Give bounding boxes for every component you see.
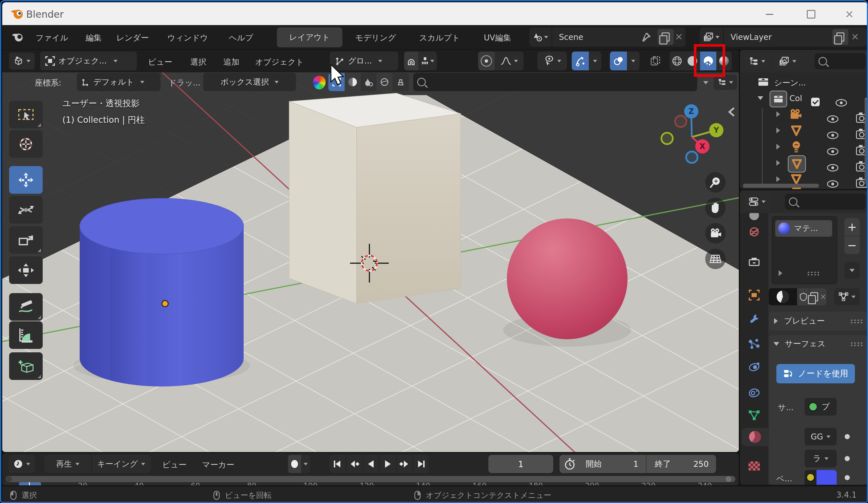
distribution-anim-dot[interactable] xyxy=(845,434,850,439)
panel-grip[interactable] xyxy=(850,319,863,324)
mode-dropdown[interactable]: オブジェク... xyxy=(40,52,137,70)
minimize-button[interactable] xyxy=(761,9,778,19)
browse-material-button[interactable] xyxy=(769,288,797,305)
tab-sculpt[interactable]: スカルプト xyxy=(419,32,460,43)
pan-button[interactable] xyxy=(705,198,726,218)
tab-render[interactable] xyxy=(748,213,761,222)
tool-cursor[interactable] xyxy=(9,130,43,158)
add-material-slot-button[interactable]: + xyxy=(844,218,860,236)
remove-material-slot-button[interactable]: − xyxy=(844,237,860,254)
preview-panel-header[interactable]: プレビュー xyxy=(769,312,867,330)
proportional-toggle-button[interactable] xyxy=(478,52,495,70)
timeline-scrollbar[interactable] xyxy=(6,476,735,482)
properties-search-field[interactable] xyxy=(785,194,866,210)
tab-constraints[interactable] xyxy=(748,386,761,399)
tool-stamp-button[interactable] xyxy=(392,73,409,91)
jump-end-button[interactable] xyxy=(413,455,428,473)
gizmo-axis-z[interactable]: Z xyxy=(684,104,699,119)
disclosure-open-icon[interactable] xyxy=(757,96,763,100)
eye-icon[interactable] xyxy=(827,148,838,155)
tab-particles[interactable] xyxy=(748,338,761,350)
viewlayer-type-button[interactable] xyxy=(700,27,724,47)
grid-view-button[interactable] xyxy=(705,249,726,269)
tab-output[interactable] xyxy=(748,256,761,269)
menu-select[interactable]: 選択 xyxy=(190,57,206,68)
gizmo-axis-y-neg[interactable] xyxy=(661,132,674,145)
menu-timeline-view[interactable]: ビュー xyxy=(162,460,186,470)
scene-type-button[interactable] xyxy=(529,27,552,47)
collection-checkbox[interactable] xyxy=(811,98,820,106)
tab-data[interactable] xyxy=(748,409,761,422)
tool-rotate[interactable] xyxy=(9,196,43,224)
distribution-dropdown[interactable]: GG xyxy=(805,428,837,445)
gizmo-axis-y[interactable]: Y xyxy=(709,123,723,137)
blender-menu-icon[interactable] xyxy=(11,31,24,43)
outliner-row-camera[interactable] xyxy=(740,106,868,122)
pin-icon[interactable] xyxy=(640,31,652,43)
outliner-display-mode[interactable] xyxy=(743,53,771,70)
next-keyframe-button[interactable] xyxy=(396,455,413,473)
material-slot-item[interactable]: マテ... xyxy=(775,220,832,237)
gizmo-visibility-dropdown[interactable] xyxy=(537,52,567,70)
menu-render[interactable]: レンダー xyxy=(116,32,149,43)
header-extra-dropdown[interactable] xyxy=(700,77,712,88)
frame-end-field[interactable]: 終了 250 xyxy=(648,455,716,473)
disclosure-closed-icon[interactable] xyxy=(776,160,780,166)
play-reverse-button[interactable] xyxy=(363,455,380,473)
menu-help[interactable]: ヘルプ xyxy=(229,32,253,43)
current-frame-field[interactable]: 1 xyxy=(488,455,553,473)
jump-start-button[interactable] xyxy=(330,455,347,473)
outliner-row-light[interactable] xyxy=(740,139,868,155)
tab-modeling[interactable]: モデリング xyxy=(355,32,396,43)
base-color-anim-dot[interactable] xyxy=(845,475,850,480)
disclosure-closed-icon[interactable] xyxy=(776,128,780,133)
stopwatch-icon[interactable] xyxy=(564,458,576,470)
viewlayer-copy-button[interactable] xyxy=(833,29,848,45)
outliner-row-scene-collection[interactable]: シーン... xyxy=(740,74,868,90)
tab-uv-edit[interactable]: UV編集 xyxy=(484,32,511,43)
disclosure-closed-icon[interactable] xyxy=(776,176,780,182)
eye-icon[interactable] xyxy=(836,99,847,107)
gizmo-axis-x-neg[interactable] xyxy=(674,115,687,128)
disclosure-closed-icon[interactable] xyxy=(776,111,780,117)
tool-scale[interactable] xyxy=(9,226,43,254)
tool-move[interactable] xyxy=(9,166,43,194)
viewport-search-field[interactable] xyxy=(413,73,697,91)
link-material-dropdown[interactable] xyxy=(834,288,860,305)
eye-icon[interactable] xyxy=(827,115,838,123)
menu-keying[interactable]: キーイング xyxy=(92,455,151,473)
material-specials-button[interactable] xyxy=(844,262,860,279)
outliner-search-field[interactable] xyxy=(815,53,866,69)
scrollbar-left-cap[interactable] xyxy=(6,476,12,482)
outliner-vscrollbar[interactable] xyxy=(865,98,867,184)
outliner-row-mesh-1[interactable] xyxy=(740,122,868,139)
menu-file[interactable]: ファイル xyxy=(35,32,68,43)
new-material-button[interactable] xyxy=(809,288,826,305)
tab-material-active[interactable] xyxy=(742,428,768,446)
overlays-toggle-button[interactable] xyxy=(610,52,627,70)
timeline-ruler[interactable]: 20406080100120140160180200220240 xyxy=(2,482,739,485)
viewport-scene[interactable] xyxy=(2,72,739,452)
frame-start-field[interactable]: 開始 1 xyxy=(578,455,647,473)
prev-keyframe-button[interactable] xyxy=(347,455,363,473)
autokey-dropdown[interactable] xyxy=(301,455,310,473)
surface-panel-header[interactable]: サーフェス xyxy=(769,335,867,353)
nav-gizmo[interactable]: Z Y X xyxy=(654,102,736,168)
tool-add-cube[interactable] xyxy=(9,352,43,380)
slot-list-grip[interactable] xyxy=(807,271,820,276)
header-list-button[interactable] xyxy=(714,74,737,90)
slot-list-expand-icon[interactable] xyxy=(779,270,782,276)
tool-globe-button[interactable] xyxy=(376,73,392,91)
tab-texture[interactable] xyxy=(748,460,761,472)
sidebar-collapse-icon[interactable] xyxy=(726,106,737,118)
menu-view[interactable]: ビュー xyxy=(148,57,172,68)
current-frame-marker[interactable] xyxy=(19,482,41,485)
scrollbar-right-knob[interactable] xyxy=(726,476,731,482)
menu-add[interactable]: 追加 xyxy=(224,57,239,68)
outliner-row-collection[interactable]: Col xyxy=(740,90,868,106)
camera-view-button[interactable] xyxy=(705,223,726,243)
menu-object[interactable]: オブジェクト xyxy=(255,57,304,68)
menu-edit[interactable]: 編集 xyxy=(86,32,102,43)
tab-modifiers[interactable] xyxy=(748,313,761,325)
outliner-hscrollbar[interactable] xyxy=(743,184,819,188)
